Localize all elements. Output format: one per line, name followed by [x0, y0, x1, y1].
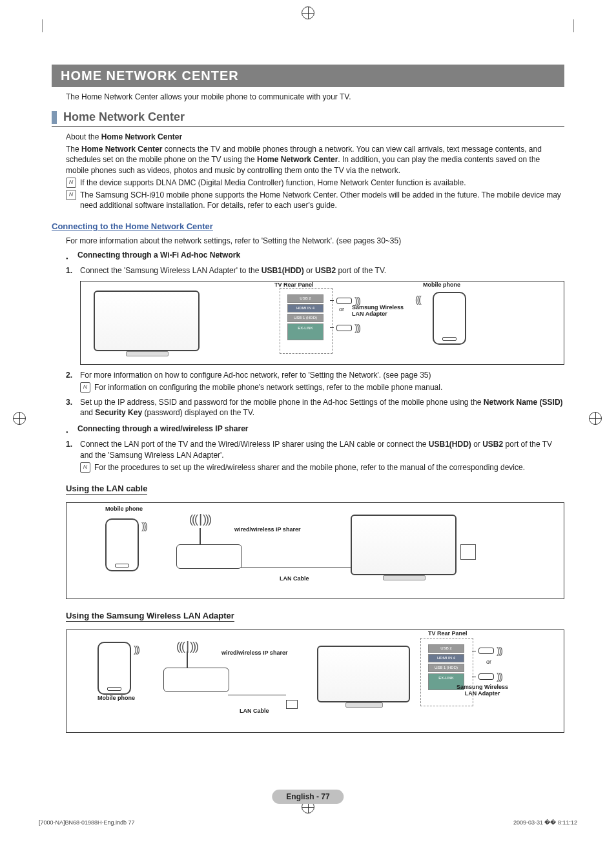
- fig-label-mobile: Mobile phone: [98, 695, 135, 701]
- wifi-waves-icon: (((: [415, 294, 420, 305]
- text: USB2: [482, 440, 503, 449]
- usb-adapter-icon: [478, 673, 494, 680]
- subheading-lan: Using the LAN cable: [66, 484, 147, 495]
- about-prefix: About the: [66, 132, 101, 141]
- step-text: For more information on how to configure…: [80, 370, 442, 394]
- subheading-connecting: Connecting to the Home Network Center: [52, 221, 213, 231]
- fig-adapter-label: Samsung Wireless LAN Adapter: [352, 305, 410, 318]
- adapter-row: ))): [330, 323, 360, 333]
- registration-mark-icon: [589, 412, 602, 425]
- step-text: Connect the 'Samsung Wireless LAN Adapte…: [80, 265, 386, 276]
- note-text: For information on configuring the mobil…: [94, 382, 442, 393]
- text: port of the TV.: [336, 266, 386, 275]
- subheading-wlan: Using the Samsung Wireless LAN Adapter: [66, 611, 234, 622]
- tv-icon: [94, 291, 200, 351]
- router-icon: [176, 544, 242, 569]
- fig-label-mobile: Mobile phone: [105, 506, 143, 512]
- phone-icon: [105, 518, 139, 571]
- text: The: [66, 145, 81, 154]
- modem-icon: [286, 700, 298, 709]
- phone-icon: [433, 292, 466, 345]
- lan-port-icon: [460, 544, 476, 560]
- text: or: [304, 266, 315, 275]
- text: USB2: [315, 266, 336, 275]
- tv-stand-icon: [383, 575, 426, 580]
- bullet-icon: [66, 251, 71, 261]
- page: HOME NETWORK CENTER The Home Network Cen…: [0, 0, 616, 849]
- wifi-waves-icon: ((( ǀ ))): [189, 512, 210, 526]
- wifi-waves-icon: ))): [134, 644, 139, 655]
- main-paragraph: The Home Network Center connects the TV …: [66, 144, 564, 176]
- bullet-label: Connecting through a Wi-Fi Ad-hoc Networ…: [77, 251, 240, 261]
- text: (password) displayed on the TV.: [142, 408, 254, 417]
- port-usb1: USB 1 (HDD): [428, 664, 464, 672]
- wifi-waves-icon: ))): [497, 646, 502, 656]
- text: Set up the IP address, SSID and password…: [80, 398, 484, 407]
- page-banner: HOME NETWORK CENTER: [52, 65, 564, 87]
- fig-label-sharer: wired/wireless IP sharer: [221, 650, 287, 656]
- section-title: Home Network Center: [63, 110, 185, 124]
- divider: [52, 126, 564, 127]
- text: USB1(HDD): [262, 266, 304, 275]
- fig-label-lan: LAN Cable: [240, 708, 269, 714]
- registration-mark-icon: [302, 6, 314, 19]
- adapter-row: ))): [472, 646, 502, 656]
- step-text: Connect the LAN port of the TV and the W…: [80, 439, 564, 475]
- text: Home Network Center: [257, 155, 338, 164]
- body-content: About the Home Network Center The Home N…: [66, 132, 564, 210]
- wifi-waves-icon: ))): [141, 521, 147, 531]
- text: Connect the LAN port of the TV and the W…: [80, 440, 429, 449]
- step-number: 3.: [66, 397, 75, 418]
- note-icon: N: [66, 190, 76, 200]
- phone-icon: [98, 642, 131, 695]
- usb-adapter-icon: [336, 325, 352, 331]
- text: and: [80, 408, 95, 417]
- note-text: If the device supports DLNA DMC (Digital…: [80, 178, 466, 188]
- usb-adapter-icon: [336, 298, 352, 304]
- registration-mark-icon: [13, 412, 26, 425]
- tv-stand-icon: [345, 702, 383, 708]
- ip-step-1: 1. Connect the LAN port of the TV and th…: [66, 439, 564, 475]
- note-text: The Samsung SCH-i910 mobile phone suppor…: [80, 190, 564, 210]
- step-number: 1.: [66, 265, 75, 276]
- text: For more information on how to configure…: [80, 370, 442, 380]
- note-text: For the procedures to set up the wired/w…: [94, 462, 525, 473]
- fig-label-tv-rear: TV Rear Panel: [274, 281, 314, 288]
- fig-label-lan: LAN Cable: [280, 575, 309, 582]
- connect-intro: For more information about the network s…: [66, 236, 564, 246]
- text: Connect the 'Samsung Wireless LAN Adapte…: [80, 266, 262, 275]
- router-icon: [163, 668, 229, 692]
- text: Network Name (SSID): [484, 398, 563, 407]
- note-icon: N: [80, 382, 90, 393]
- text: Home Network Center: [81, 145, 162, 154]
- text: or: [471, 440, 482, 449]
- crop-mark-icon: [42, 19, 43, 32]
- tv-icon: [317, 646, 410, 702]
- tv-icon: [351, 515, 457, 575]
- text: USB1(HDD): [429, 440, 471, 449]
- text: Security Key: [95, 408, 142, 417]
- figure-wlan: ))) Mobile phone ((( ǀ ))) wired/wireles…: [66, 629, 564, 733]
- connect-body: For more information about the network s…: [66, 236, 564, 475]
- section-accent-bar: [52, 111, 57, 124]
- note-icon: N: [80, 462, 90, 473]
- intro-text: The Home Network Center allows your mobi…: [66, 92, 564, 101]
- bullet-item: Connecting through a wired/wireless IP s…: [66, 424, 564, 435]
- section-heading: Home Network Center: [52, 110, 564, 124]
- step-text: Set up the IP address, SSID and password…: [80, 397, 564, 418]
- fig-label-mobile: Mobile phone: [423, 281, 460, 288]
- note-item: N The Samsung SCH-i910 mobile phone supp…: [66, 190, 564, 210]
- crop-mark-icon: [573, 19, 574, 32]
- lan-cable-line: [241, 568, 357, 568]
- page-number-badge: English - 77: [272, 790, 344, 804]
- fig-or: or: [486, 659, 491, 665]
- wifi-waves-icon: ))): [497, 671, 502, 682]
- figure-lan: Mobile phone ))) ((( ǀ ))) wired/wireles…: [66, 502, 564, 599]
- footer-timestamp: 2009-03-31 �� 8:11:12: [513, 819, 577, 826]
- fig-label-sharer: wired/wireless IP sharer: [234, 526, 300, 533]
- fig-adapter-label: Samsung Wireless LAN Adapter: [450, 684, 515, 697]
- note-icon: N: [66, 178, 76, 188]
- tv-stand-icon: [126, 351, 169, 356]
- step-number: 1.: [66, 439, 75, 475]
- panel-outline: [280, 288, 333, 354]
